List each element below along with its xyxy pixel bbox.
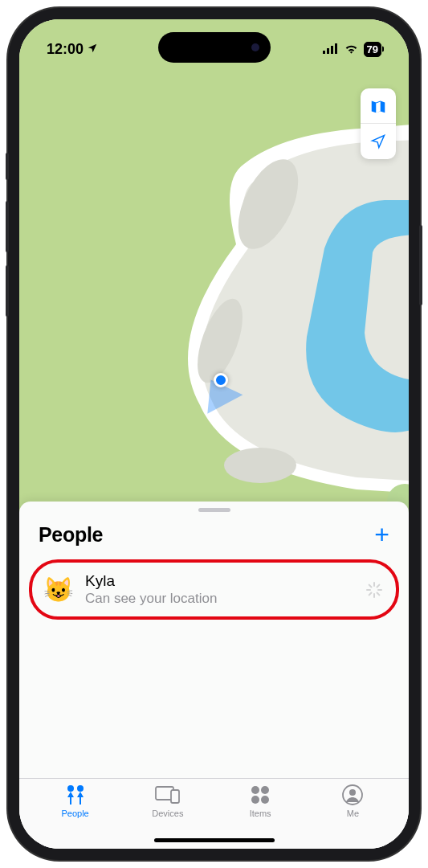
status-time: 12:00 (47, 41, 84, 58)
person-name: Kyla (85, 572, 365, 590)
map-terrain (19, 19, 409, 518)
phone-frame: 12:00 79 (8, 8, 420, 860)
volume-up (6, 201, 9, 252)
svg-rect-2 (331, 46, 333, 54)
loading-spinner-icon (365, 582, 381, 598)
person-status: Can see your location (85, 591, 365, 607)
home-indicator[interactable] (154, 838, 275, 842)
screen: 12:00 79 (19, 19, 409, 849)
svg-point-18 (349, 789, 356, 796)
tab-people[interactable]: People (29, 784, 121, 849)
person-avatar: 😺 (43, 575, 72, 604)
map-mode-button[interactable] (361, 88, 396, 124)
person-row-kyla[interactable]: 😺 Kyla Can see your location (29, 559, 399, 620)
sheet-title: People (39, 523, 103, 547)
wifi-icon (344, 41, 359, 58)
svg-rect-3 (335, 43, 337, 54)
devices-icon (155, 784, 181, 806)
tab-label: Me (347, 809, 359, 818)
power-button (419, 225, 422, 305)
people-icon (62, 784, 89, 806)
svg-point-9 (67, 785, 74, 792)
dynamic-island (158, 32, 271, 63)
tab-label: Devices (152, 809, 183, 818)
add-person-button[interactable]: + (374, 520, 389, 550)
svg-point-16 (261, 796, 269, 804)
tab-label: Items (250, 809, 271, 818)
locate-me-button[interactable] (361, 124, 396, 159)
map-view[interactable] (19, 19, 409, 518)
tab-label: People (61, 809, 88, 818)
svg-point-7 (224, 448, 296, 483)
battery-indicator: 79 (364, 42, 381, 57)
tab-me[interactable]: Me (307, 784, 399, 849)
svg-point-10 (77, 785, 84, 792)
svg-point-13 (251, 786, 259, 794)
svg-rect-1 (327, 48, 329, 54)
me-icon (342, 784, 363, 806)
items-icon (251, 784, 270, 806)
location-services-icon (87, 43, 98, 56)
volume-down (6, 265, 9, 317)
svg-rect-0 (323, 51, 325, 54)
map-controls (361, 88, 396, 159)
cellular-icon (323, 41, 339, 58)
svg-rect-12 (171, 790, 179, 803)
mute-switch (6, 153, 9, 180)
current-location-dot (214, 373, 228, 387)
svg-point-14 (261, 786, 269, 794)
svg-point-15 (251, 796, 259, 804)
